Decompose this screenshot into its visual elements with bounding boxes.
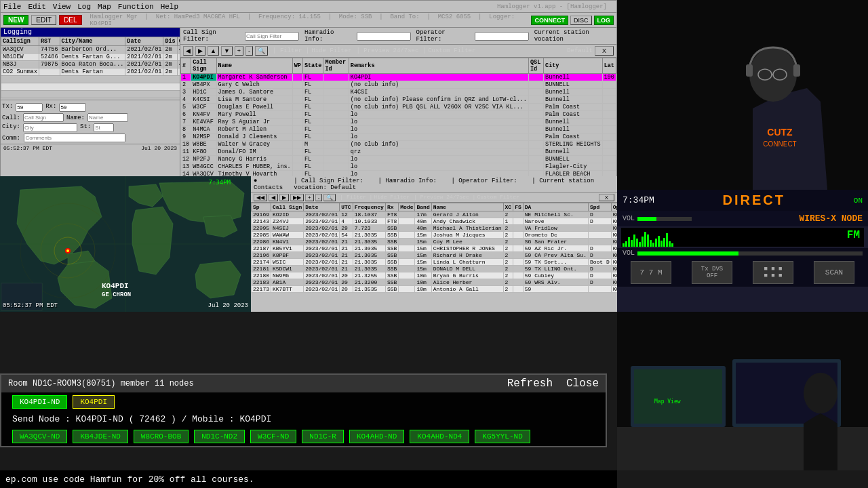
table-row[interactable]: 11KF8ODonal/FO IMFLqrzBunnell	[181, 148, 616, 156]
table-row[interactable]: NB1DEW 52486 Dents Fartan G... 2021/02/0…	[1, 54, 181, 61]
person-silhouette: CUTZ CONNECT	[617, 0, 868, 190]
log-button[interactable]: LOG	[594, 16, 614, 25]
table-row[interactable]: 1 KO4PDI Margaret K Sanderson FL KO4PDI …	[181, 74, 616, 81]
table-row[interactable]: CO2 Sunmax Dents Fartan 2021/02/01 2m	[1, 68, 181, 76]
refresh-button[interactable]: Refresh	[507, 378, 553, 390]
cluster-btn1[interactable]: ◀	[183, 46, 193, 56]
call-input[interactable]	[23, 113, 64, 122]
table-row[interactable]: 22985WAWAW2023/02/015421.3035SSB15mJoshu…	[252, 232, 618, 239]
node-btn-nd1c-nd2[interactable]: ND1C-ND2	[194, 430, 245, 443]
cluster-btn5[interactable]: +	[235, 46, 243, 56]
svg-rect-30	[634, 369, 722, 424]
table-row[interactable]: 22183AB1A2023/02/012021.3200SSB10mAlice …	[252, 279, 618, 286]
cluster-btn2[interactable]: ▶	[195, 46, 205, 56]
table-row[interactable]: NB3J 79875 Boca Raton Boca... 2021/02/01…	[1, 61, 181, 68]
menu-map[interactable]: Map	[98, 3, 111, 11]
hamrad-info-input[interactable]	[357, 32, 411, 41]
state-input[interactable]	[94, 123, 114, 132]
th-wp: WP	[292, 58, 302, 74]
menu-help[interactable]: Help	[161, 3, 178, 11]
table-row[interactable]	[1, 76, 181, 83]
city-input[interactable]	[23, 123, 77, 132]
radio-btn-77m[interactable]: 7 7 M	[631, 261, 671, 284]
table-row[interactable]: 6KN4FVMary PowellFLloPalm Coast	[181, 111, 616, 119]
sp-close[interactable]: X	[599, 194, 614, 201]
cell-city: Barberton Ord...	[60, 46, 125, 54]
node-btn-ko4ahd-nd[interactable]: KO4AHD-ND	[349, 430, 404, 443]
th-state: State	[302, 58, 323, 74]
dx-spots-scroll[interactable]: Sp Call Sign Date UTC Frequency Rx Mode …	[251, 203, 617, 293]
table-row[interactable]: 22986KN4V12023/02/012121.3035SSB15mCoy M…	[252, 239, 618, 245]
radio-btn-scan[interactable]: SCAN	[814, 261, 854, 284]
sp-btn1[interactable]: ◀◀	[254, 194, 267, 201]
cluster-btn3[interactable]: ▲	[208, 46, 219, 56]
menu-edit[interactable]: Edit	[28, 3, 45, 11]
cluster-btn6[interactable]: -	[245, 46, 253, 56]
name-input[interactable]	[87, 113, 128, 122]
table-row[interactable]	[1, 91, 181, 98]
table-row[interactable]: 22187KB5YV12023/02/012121.3035SSB15mCHRI…	[252, 245, 618, 252]
table-row[interactable]: 22173KK7BTT2023/02/012021.3535SSB10mAnto…	[252, 286, 618, 293]
close-dx-btn[interactable]: X	[595, 46, 614, 56]
close-button[interactable]: Close	[566, 378, 599, 390]
rx-input[interactable]	[59, 103, 86, 112]
node-btn-nd1c-r[interactable]: ND1C-R	[302, 430, 344, 443]
sp-btn3[interactable]: ▶	[279, 194, 289, 201]
sp-btn5[interactable]: +	[305, 194, 314, 201]
menu-view[interactable]: View	[53, 3, 71, 11]
node-btn-ko4pdi[interactable]: KO4PDI	[73, 395, 115, 409]
radio-buttons: 7 7 M Tx DVSOFF ■ ■ ■■ ■ ■ SCAN	[617, 258, 868, 287]
sp-btn4[interactable]: ▶▶	[290, 194, 304, 201]
table-row[interactable]: WA3QCV 74756 Barberton Ord... 2021/02/01…	[1, 46, 181, 54]
radio-btn-dvs-off[interactable]: Tx DVSOFF	[692, 261, 732, 284]
node-btn-wa3qcv-nd[interactable]: WA3QCV-ND	[12, 430, 67, 443]
sp-btn7[interactable]: 🔍	[323, 194, 336, 201]
table-row[interactable]: 22196K8PBF2023/02/012121.3035SSB15mRicha…	[252, 252, 618, 259]
connect-button[interactable]: CONNECT	[531, 16, 568, 25]
callsign-filter-input[interactable]	[245, 32, 299, 41]
table-row[interactable]: 5W3CFDouglas E PowellFL(no club info) PL…	[181, 104, 616, 111]
edit-button[interactable]: EDIT	[31, 15, 56, 25]
disconnect-button[interactable]: DISC	[570, 16, 592, 25]
menu-file[interactable]: File	[3, 3, 21, 11]
table-row[interactable]: 7KE4VAFRay S Aguiar JrFLloBunnell	[181, 119, 616, 126]
table-row[interactable]: 22995N4SEJ2023/02/01297.723SSB40mMichael…	[252, 225, 618, 232]
table-row[interactable]: 29169KO2ID2023/02/011218.1037FT817mGerar…	[252, 211, 618, 218]
table-row[interactable]: 3HD1CJames O. SantoreFLK4CSIBunnell	[181, 89, 616, 96]
node-btn-kg5yyl-nd[interactable]: KG5YYL-ND	[475, 430, 530, 443]
th-xc: XC	[503, 203, 513, 211]
cluster-search[interactable]: 🔍	[255, 46, 268, 56]
sp-btn6[interactable]: -	[315, 194, 323, 201]
node-btn-w3cf-nd[interactable]: W3CF-ND	[250, 430, 296, 443]
table-row[interactable]: 13WB4GCCCHARLES F HUBER, ins.FLloFlagler…	[181, 163, 616, 171]
th-call: Call Sign	[191, 58, 216, 74]
table-row[interactable]: 22174W5IC2023/02/012121.3035SSB15mLinda …	[252, 259, 618, 266]
table-row[interactable]	[1, 83, 181, 91]
table-row[interactable]: 22181K5DCW12023/02/012121.3035SSB15mDONA…	[252, 266, 618, 272]
operator-filter-input[interactable]	[475, 32, 529, 41]
cell-qsl	[528, 74, 543, 81]
table-row[interactable]: 12NP2FJNancy G HarrisFLloBUNNELL	[181, 156, 616, 163]
table-row[interactable]: 8N4MCARobert M AllenFLloBunnell	[181, 126, 616, 134]
table-row[interactable]: 2 WB4PX Gary C Welch FL (no club info) B…	[181, 81, 616, 89]
sp-btn2[interactable]: ◀	[269, 194, 278, 201]
table-row[interactable]: 22180NW9MG2023/02/012021.3255SSB10mBryan…	[252, 272, 618, 279]
cluster-btn4[interactable]: ▼	[221, 46, 233, 56]
node-btn-ko4pdi-nd[interactable]: KO4PDI-ND	[12, 395, 67, 409]
th-lat: Lat	[602, 58, 616, 74]
table-row[interactable]: 22143Z24VJ2023/02/01410.1033FT840mAndy C…	[252, 218, 618, 225]
new-button[interactable]: NEW	[3, 15, 28, 25]
comments-input[interactable]	[24, 134, 125, 142]
table-row[interactable]: 9N2MSPDonald J ClementsFLloPalm Coast	[181, 134, 616, 141]
menu-function[interactable]: Function	[118, 3, 154, 11]
tx-input[interactable]	[16, 103, 43, 112]
field-label-tx: Tx:	[2, 103, 13, 112]
table-row[interactable]: 10W8BEWalter W GraceyM(no club info)STER…	[181, 141, 616, 148]
node-btn-kb4jde-nd[interactable]: KB4JDE-ND	[73, 430, 127, 443]
menu-log[interactable]: Log	[77, 3, 91, 11]
delete-button[interactable]: DEL	[59, 15, 81, 25]
table-row[interactable]: 4K4CSILisa M SantoreFL(no club info) Ple…	[181, 96, 616, 104]
node-btn-w8cro-bob[interactable]: W8CRO-BOB	[134, 430, 189, 443]
node-btn-ko4ahd-nd4[interactable]: KO4AHD-ND4	[410, 430, 469, 443]
radio-btn-grid[interactable]: ■ ■ ■■ ■ ■	[753, 261, 793, 284]
